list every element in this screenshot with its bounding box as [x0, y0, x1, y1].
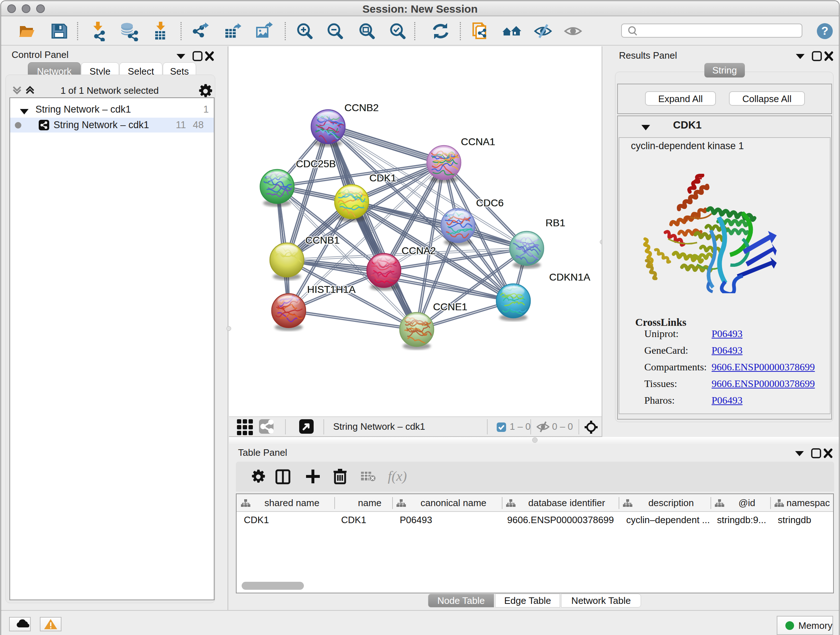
svg-text:CDC6: CDC6	[476, 197, 504, 209]
svg-text:CDC25B: CDC25B	[296, 158, 336, 169]
svg-text:CCNA1: CCNA1	[461, 136, 495, 147]
svg-text:RB1: RB1	[546, 217, 565, 228]
svg-text:CDKN1A: CDKN1A	[549, 272, 591, 283]
svg-text:HIST1H1A: HIST1H1A	[307, 284, 355, 295]
svg-text:?: ?	[821, 24, 829, 37]
svg-text:CCNA2: CCNA2	[401, 245, 436, 256]
svg-text:CCNB2: CCNB2	[344, 102, 379, 113]
svg-text:CCNB1: CCNB1	[305, 234, 340, 246]
svg-text:CCNE1: CCNE1	[433, 301, 467, 312]
svg-text:CDK1: CDK1	[369, 172, 396, 184]
